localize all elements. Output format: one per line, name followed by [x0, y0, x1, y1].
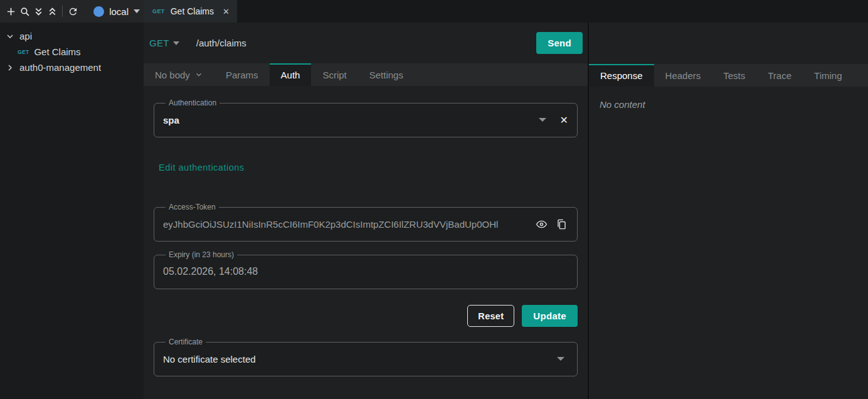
chevron-down-icon[interactable] [539, 118, 546, 122]
request-panel: GET /auth/claims Send No body Params Aut… [144, 23, 588, 399]
send-button[interactable]: Send [536, 32, 583, 54]
auth-actions: Reset Update [154, 305, 578, 327]
method-dropdown[interactable]: GET [149, 38, 179, 48]
update-button[interactable]: Update [522, 305, 578, 327]
request-subtabs: No body Params Auth Script Settings [144, 63, 588, 86]
expand-all-icon[interactable] [32, 4, 45, 18]
certificate-value: No certificate selected [163, 354, 553, 364]
visibility-icon[interactable] [534, 217, 548, 231]
response-subtabs: Response Headers Tests Trace Timing [589, 64, 868, 87]
environment-selector[interactable]: local [93, 6, 140, 17]
tab-timing[interactable]: Timing [803, 64, 853, 87]
clear-icon[interactable]: ✕ [560, 114, 568, 126]
authentication-field-label: Authentication [166, 98, 220, 107]
tab-trace[interactable]: Trace [756, 64, 803, 87]
chevron-down-icon [5, 31, 15, 41]
refresh-icon[interactable] [66, 4, 79, 18]
chevron-down-icon [194, 70, 203, 79]
request-label: Get Claims [34, 46, 80, 57]
search-icon[interactable] [18, 4, 31, 18]
tab-response[interactable]: Response [589, 64, 654, 87]
tab-body[interactable]: No body [144, 63, 214, 86]
tab-auth[interactable]: Auth [270, 63, 312, 86]
environment-status-dot [93, 6, 104, 17]
close-icon[interactable]: ✕ [223, 8, 230, 16]
method-value: GET [149, 38, 169, 48]
tab-headers[interactable]: Headers [654, 64, 712, 87]
expiry-field: Expiry (in 23 hours) 05.02.2026, 14:08:4… [154, 250, 578, 289]
add-icon[interactable] [4, 4, 17, 18]
folder-label: auth0-management [19, 62, 101, 73]
access-token-field-label: Access-Token [166, 203, 219, 211]
sidebar-request-get-claims[interactable]: GET Get Claims [0, 44, 144, 60]
environment-name: local [109, 6, 129, 17]
edit-authentications-link[interactable]: Edit authentications [159, 162, 245, 173]
tab-script[interactable]: Script [311, 63, 357, 86]
access-token-value: eyJhbGciOiJSUzI1NiIsInR5cCI6ImF0K2p3dCIs… [163, 219, 534, 230]
chevron-down-icon [134, 9, 140, 13]
reset-button[interactable]: Reset [467, 305, 514, 327]
copy-icon[interactable] [554, 217, 568, 231]
toolbar-separator [62, 6, 63, 17]
auth-pane: Authentication spa ✕ Edit authentication… [144, 86, 588, 399]
tab-title: Get Claims [171, 6, 214, 16]
empty-response-text: No content [600, 99, 868, 110]
authentication-select-field[interactable]: Authentication spa ✕ [154, 98, 578, 137]
certificate-field-label: Certificate [166, 338, 206, 346]
authentication-value: spa [163, 115, 535, 125]
chevron-down-icon [173, 41, 179, 45]
chevron-right-icon [5, 63, 15, 73]
certificate-select-field[interactable]: Certificate No certificate selected [154, 338, 578, 376]
folder-label: api [19, 31, 32, 41]
chevron-down-icon[interactable] [557, 357, 564, 361]
tab-settings[interactable]: Settings [358, 63, 415, 86]
access-token-field: Access-Token eyJhbGciOiJSUzI1NiIsInR5cCI… [154, 203, 578, 242]
url-row: GET /auth/claims Send [144, 23, 588, 63]
expiry-field-label: Expiry (in 23 hours) [166, 250, 237, 259]
response-panel: Response Headers Tests Trace Timing No c… [589, 23, 868, 399]
tab-params[interactable]: Params [214, 63, 270, 86]
tab-label: No body [155, 70, 190, 80]
file-tabstrip: GET Get Claims ✕ [144, 0, 868, 23]
tab-get-claims[interactable]: GET Get Claims ✕ [144, 0, 237, 23]
collapse-all-icon[interactable] [46, 4, 58, 18]
sidebar-folder-auth0-management[interactable]: auth0-management [0, 60, 144, 75]
toolbar: local [0, 0, 144, 23]
sidebar-folder-api[interactable]: api [0, 28, 144, 44]
url-input[interactable]: /auth/claims [196, 38, 536, 48]
expiry-value: 05.02.2026, 14:08:48 [163, 266, 568, 277]
sidebar: api GET Get Claims auth0-management [0, 23, 144, 399]
request-method-badge: GET [152, 8, 165, 14]
tab-tests[interactable]: Tests [712, 64, 756, 87]
request-method-badge: GET [18, 49, 29, 55]
